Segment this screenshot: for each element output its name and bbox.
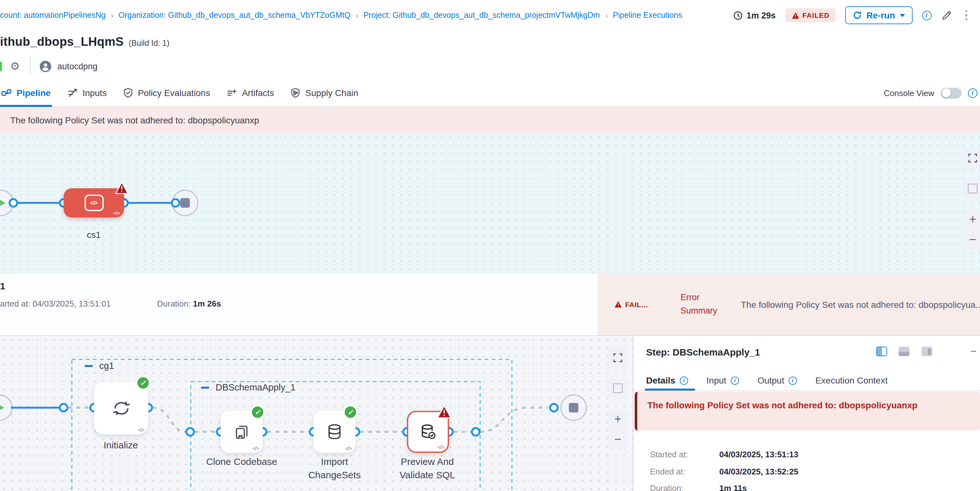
stage-graph-controls: + − <box>963 148 980 250</box>
detail-row-ended: Ended at: 04/03/2025, 13:52:25 <box>650 467 799 476</box>
info-icon[interactable]: i <box>789 376 797 385</box>
zoom-out-button[interactable]: − <box>963 230 980 250</box>
error-summary-message: The following Policy Set was not adhered… <box>741 299 980 310</box>
stage-graph-canvas[interactable]: </> </> cs1 + − <box>0 133 980 273</box>
triggered-by-user: autocdpng <box>40 60 98 72</box>
step-node-clone-codebase[interactable]: </> ✓ <box>221 411 262 453</box>
console-view-toggle[interactable] <box>940 87 962 98</box>
tab-execution-context[interactable]: Execution Context <box>815 375 888 385</box>
codebase-icon <box>233 423 251 441</box>
collapse-group-icon[interactable] <box>84 365 93 367</box>
stage-node-label: cs1 <box>64 230 124 240</box>
divider <box>30 57 31 76</box>
build-id: (Build Id: 1) <box>129 39 169 48</box>
database-icon <box>326 423 344 441</box>
status-badge: FAILED <box>785 8 836 22</box>
layout-bottom-icon[interactable] <box>899 346 909 356</box>
marquee-select-button[interactable] <box>608 378 628 398</box>
error-summary-label: Error Summary <box>681 291 725 318</box>
minimize-panel-icon[interactable]: − <box>970 348 977 354</box>
zoom-out-button[interactable]: − <box>608 429 628 450</box>
user-name: autocdpng <box>57 61 98 71</box>
divider <box>633 391 980 391</box>
clock-icon <box>733 11 743 20</box>
status-sliver <box>0 61 2 71</box>
collapse-group-icon[interactable] <box>201 386 209 388</box>
layout-split-icon[interactable] <box>877 346 887 356</box>
step-graph-canvas[interactable]: cg1 DBSchemaApply_1 </> ✓ Initialize </>… <box>0 336 633 491</box>
step-node-preview-validate-sql[interactable]: </> <box>407 411 449 453</box>
more-options-icon[interactable] <box>961 9 971 22</box>
step-panel-tabs: Details i Input i Output i Execution Con… <box>646 375 888 385</box>
success-badge-icon: ✓ <box>344 405 357 419</box>
gear-icon[interactable]: ⚙ <box>10 61 20 72</box>
stage-started-at: arted at: 04/03/2025, 13:51:01 <box>0 299 111 308</box>
stage-node-cs1[interactable]: </> </> <box>64 188 124 218</box>
panel-layout-switcher: − <box>877 346 977 356</box>
tab-pipeline[interactable]: Pipeline <box>1 88 51 98</box>
tab-supply-chain[interactable]: Supply Chain <box>291 88 358 98</box>
sync-icon <box>111 398 131 418</box>
pipeline-execution-page: count: automationPipelinesNg › Organizat… <box>0 0 980 491</box>
chevron-separator-icon: › <box>350 11 363 20</box>
shield-check-icon <box>123 88 133 98</box>
success-badge-icon: ✓ <box>136 376 150 390</box>
detail-row-started: Started at: 04/03/2025, 13:51:13 <box>650 450 799 459</box>
step-node-import-changesets[interactable]: </> ✓ <box>313 411 355 453</box>
fullscreen-icon <box>613 353 623 362</box>
page-title: ithub_dbops_LHqmS <box>0 35 124 49</box>
tab-details[interactable]: Details i <box>646 375 688 385</box>
tab-inputs[interactable]: Inputs <box>67 88 107 98</box>
tab-artifacts[interactable]: Artifacts <box>227 88 274 98</box>
breadcrumb-account[interactable]: count: automationPipelinesNg <box>0 11 105 20</box>
execution-tabs: Pipeline Inputs Policy Evaluations Artif… <box>0 79 980 107</box>
zoom-controls: + − <box>608 409 628 450</box>
execution-actions: 1m 29s FAILED Re-run i <box>733 6 974 24</box>
console-view-control: Console View i <box>884 87 977 98</box>
step-label: Import ChangeSets <box>295 455 374 481</box>
failed-badge-icon <box>437 405 452 418</box>
warning-triangle-icon <box>791 12 799 19</box>
zoom-in-button[interactable]: + <box>608 409 628 429</box>
tab-policy-evaluations[interactable]: Policy Evaluations <box>123 88 210 98</box>
info-icon[interactable]: i <box>680 376 688 385</box>
info-icon[interactable]: i <box>922 11 931 20</box>
tab-input[interactable]: Input i <box>706 375 739 385</box>
breadcrumb-pipeline-executions[interactable]: Pipeline Executions <box>613 11 682 20</box>
layout-right-icon[interactable] <box>921 346 932 356</box>
stage-name: 1 <box>0 280 5 291</box>
edit-pencil-icon[interactable] <box>941 10 952 21</box>
active-tab-indicator <box>0 105 52 107</box>
info-icon[interactable]: i <box>731 376 739 385</box>
code-glyph: </> <box>138 427 144 433</box>
code-glyph: </> <box>345 446 352 451</box>
breadcrumb-project[interactable]: Project: Github_db_devops_aut_db_schema_… <box>363 11 600 20</box>
breadcrumb-organization[interactable]: Organization: Github_db_devops_aut_db_sc… <box>119 11 351 20</box>
step-details-panel: Step: DBSchemaApply_1 − Details i Input … <box>633 336 980 491</box>
code-glyph: </> <box>113 211 119 216</box>
database-check-icon <box>419 423 437 441</box>
code-glyph: </> <box>253 446 259 451</box>
step-node-initialize[interactable]: </> ✓ <box>94 381 148 434</box>
step-panel-title: Step: DBSchemaApply_1 <box>646 346 760 358</box>
fullscreen-button[interactable] <box>963 148 980 168</box>
fullscreen-icon <box>968 153 977 163</box>
stage-graph-connectors <box>0 133 980 273</box>
pipeline-icon <box>1 88 11 98</box>
stage-duration: Duration: 1m 26s <box>157 299 221 308</box>
execution-header: ithub_dbops_LHqmS (Build Id: 1) ⚙ autocd… <box>0 30 980 79</box>
step-group-cg1: cg1 <box>84 361 114 371</box>
policy-violation-banner: The following Policy Set was not adhered… <box>0 107 980 133</box>
marquee-icon <box>613 383 623 393</box>
info-icon[interactable]: i <box>968 88 977 98</box>
rerun-button[interactable]: Re-run <box>845 6 912 24</box>
failed-badge-icon <box>115 182 129 194</box>
fail-chip: FAIL... <box>614 300 660 308</box>
tab-output[interactable]: Output i <box>757 375 797 385</box>
success-badge-icon: ✓ <box>251 405 264 419</box>
step-label: Initialize <box>81 438 160 451</box>
stage-summary-bar: 1 arted at: 04/03/2025, 13:51:01 Duratio… <box>0 273 980 336</box>
fullscreen-button[interactable] <box>608 348 628 368</box>
zoom-in-button[interactable]: + <box>963 209 980 230</box>
marquee-select-button[interactable] <box>963 179 980 199</box>
